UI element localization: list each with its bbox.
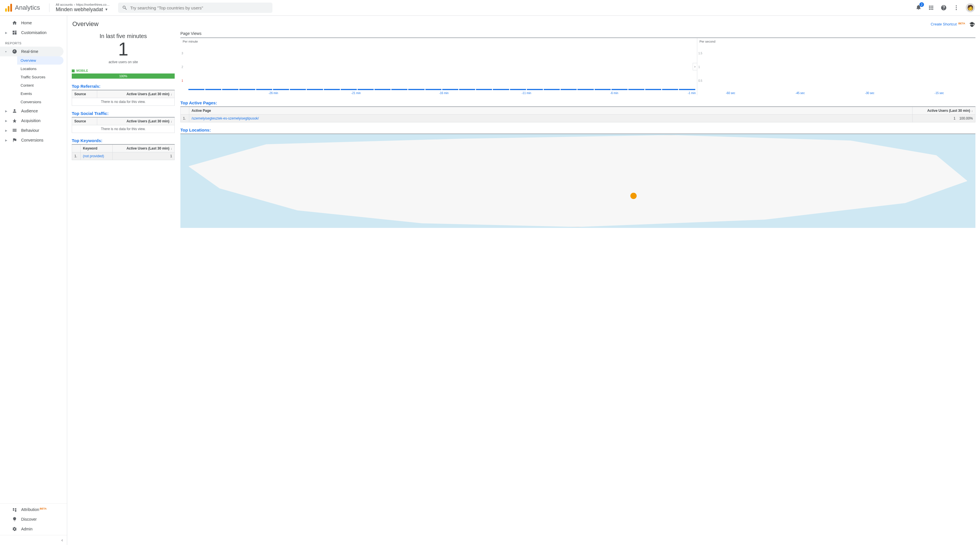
sidebar-item-rt-content[interactable]: Content [17,81,64,89]
col-keyword[interactable]: Keyword [81,144,113,152]
cell-rank: 1. [72,152,81,160]
sidebar-item-discover[interactable]: Discover [0,515,64,524]
page-title: Overview [72,20,99,28]
x-tick: -1 min [688,92,696,95]
svg-rect-1 [8,6,10,12]
chart-label: Per second [700,40,716,43]
sidebar-item-rt-traffic-sources[interactable]: Traffic Sources [17,73,64,81]
svg-point-4 [956,7,957,8]
y-tick: 2 [181,65,183,69]
section-title[interactable]: Top Referrals: [72,84,175,89]
section-title[interactable]: Top Locations: [180,127,975,132]
sidebar-item-rt-conversions[interactable]: Conversions [17,98,64,106]
col-source[interactable]: Source [72,90,97,98]
metric-label: In last five minutes [72,33,175,40]
create-shortcut-button[interactable]: Create Shortcut BETA [931,22,965,26]
search-input[interactable] [130,5,269,10]
chart-bar [595,89,611,90]
section-title[interactable]: Top Active Pages: [180,100,975,105]
dashboard-icon [12,30,17,35]
sidebar-item-realtime[interactable]: ▾ Real-time [0,46,64,56]
caret-down-icon: ▼ [105,8,108,11]
x-tick: -30 sec [865,92,875,95]
x-tick: -21 min [352,92,361,95]
map-location-dot[interactable] [630,193,636,199]
breadcrumb: All accounts › https://norberthires.co… [56,3,110,6]
section-title[interactable]: Top Social Traffic: [72,111,175,116]
y-tick: 1.5 [698,52,702,55]
chart-bar [239,89,255,90]
cell-page[interactable]: /szemelyisegtesztek-es-szemelyisegtipuso… [189,115,913,123]
sidebar-item-label: Home [21,21,32,25]
chart-bar [341,89,357,90]
sidebar-section-reports: REPORTS [0,37,67,46]
account-picker[interactable]: All accounts › https://norberthires.co… … [56,3,110,13]
sidebar-item-behaviour[interactable]: ▶ Behaviour [0,126,64,135]
sidebar-item-admin[interactable]: Admin [0,524,64,534]
charts-title: Page Views [180,31,975,36]
sidebar-item-rt-locations[interactable]: Locations [17,65,64,73]
brand[interactable]: Analytics [5,4,40,12]
analytics-logo-icon [5,4,12,12]
sidebar-item-home[interactable]: Home [0,18,64,28]
sidebar-item-customisation[interactable]: ▶ Customisation [0,28,64,37]
table-row[interactable]: 1. (not provided) 1 [72,152,175,160]
locations-map[interactable] [180,134,975,228]
user-avatar[interactable]: 🧑 [966,3,975,12]
divider [49,3,49,12]
chart-bar [662,89,678,90]
chevron-right-icon: ▶ [5,110,8,113]
chart-bar [578,89,593,90]
cell-count: 1 100.00% [913,115,975,123]
help-icon[interactable] [940,5,947,11]
search-box[interactable] [118,3,272,13]
more-vert-icon[interactable] [953,5,959,11]
chevron-down-icon: ▾ [5,50,8,53]
cell-keyword[interactable]: (not provided) [81,152,113,160]
col-active-users[interactable]: Active Users (Last 30 min)↓ [97,117,175,125]
x-tick: -26 min [269,92,278,95]
x-tick: -6 min [610,92,618,95]
app-header: Analytics All accounts › https://norbert… [0,0,980,16]
col-active-users[interactable]: Active Users (Last 30 min)↓ [913,107,975,115]
sidebar-item-attribution[interactable]: AttributionBETA [0,505,64,515]
table-row[interactable]: 1. /szemelyisegtesztek-es-szemelyisegtip… [181,115,975,123]
device-bar-fill: 100% [72,73,175,79]
chart-label: Per minute [183,40,198,43]
section-referrals: Top Referrals: Source Active Users (Last… [72,84,175,106]
col-source[interactable]: Source [72,117,97,125]
lightbulb-icon [12,517,17,522]
svg-rect-0 [5,8,7,12]
y-tick: 1 [181,79,183,82]
sidebar-item-audience[interactable]: ▶ Audience [0,106,64,116]
breadcrumb-site: https://norberthires.co… [76,3,110,6]
device-label: MOBILE [76,69,88,72]
svg-point-3 [956,5,957,6]
section-title[interactable]: Top Keywords: [72,138,175,143]
sidebar-item-acquisition[interactable]: ▶ Acquisition [0,116,64,126]
breadcrumb-accounts: All accounts [56,3,73,6]
sidebar-collapse-button[interactable]: ‹ [0,535,67,545]
sidebar-item-rt-events[interactable]: Events [17,89,64,98]
pageviews-charts: Page Views Per minute 3 2 1 -26 min -21 … [180,31,975,95]
chart-bar [510,89,526,90]
chart-bar [358,89,374,90]
active-users-metric: In last five minutes 1 active users on s… [72,31,175,64]
notifications-button[interactable]: 2 [915,4,922,11]
col-active-users[interactable]: Active Users (Last 30 min)↓ [97,90,175,98]
sidebar-item-rt-overview[interactable]: Overview [17,56,64,65]
sidebar-item-label: Content [21,83,34,88]
sidebar-realtime-submenu: Overview Locations Traffic Sources Conte… [0,56,67,106]
sort-desc-icon: ↓ [171,147,172,150]
sidebar-item-label: Discover [21,517,37,521]
apps-grid-icon[interactable] [928,5,934,11]
graduation-cap-icon[interactable] [969,21,975,27]
col-active-users[interactable]: Active Users (Last 30 min)↓ [112,144,174,152]
sidebar-item-conversions[interactable]: ▶ Conversions [0,135,64,145]
chart-toggle-button[interactable]: › [693,63,697,70]
sidebar-item-label: Locations [21,67,37,71]
chart-bar [222,89,238,90]
col-active-page[interactable]: Active Page [189,107,913,115]
chart-bar [442,89,458,90]
main-content: Overview Create Shortcut BETA In last fi… [67,16,980,545]
